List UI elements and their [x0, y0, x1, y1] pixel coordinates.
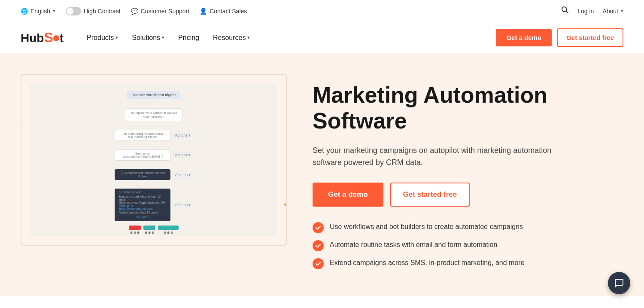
hubspot-logo[interactable]: HubSt: [21, 30, 64, 46]
check-icon-1: [313, 222, 324, 233]
svg-line-1: [566, 11, 568, 13]
person-icon: 👤: [200, 8, 207, 15]
sparkle-decoration-1: ✦: [21, 122, 23, 133]
sparkle-decoration-3: ✦: [283, 199, 287, 210]
hero-buttons: Get a demo Get started free: [313, 183, 623, 207]
hero-subtitle: Set your marketing campaigns on autopilo…: [313, 144, 562, 169]
language-label: English: [30, 8, 50, 15]
feature-list: Use workflows and bot builders to create…: [313, 222, 623, 269]
customer-support-label: Customer Support: [141, 8, 190, 15]
chat-bubble-icon: [614, 278, 624, 288]
toggle-switch[interactable]: [66, 7, 81, 15]
check-icon-3: [313, 258, 324, 269]
products-menu[interactable]: Products ▾: [81, 30, 124, 45]
utility-bar: 🌐 English ▾ High Contrast 💬 Customer Sup…: [0, 0, 644, 22]
hero-get-started-button[interactable]: Get started free: [390, 183, 470, 207]
workflow-mock: Contact enrollment trigger You opted me …: [30, 83, 277, 236]
feature-item-2: Automate routine tasks with email and fo…: [313, 240, 623, 251]
hero-content: Marketing Automation Software Set your m…: [313, 74, 623, 269]
high-contrast-label: High Contrast: [84, 8, 121, 15]
pricing-label: Pricing: [178, 34, 199, 42]
feature-text-3: Extend campaigns across SMS, in-product …: [330, 258, 525, 268]
resources-menu[interactable]: Resources ▾: [207, 30, 256, 45]
resources-label: Resources: [213, 34, 246, 42]
feature-item-1: Use workflows and bot builders to create…: [313, 222, 623, 233]
feature-text-1: Use workflows and bot builders to create…: [330, 222, 523, 232]
about-menu[interactable]: About ▾: [602, 8, 623, 15]
chat-icon: 💬: [131, 8, 138, 15]
chevron-down-icon: ▾: [53, 8, 55, 14]
solutions-label: Solutions: [132, 34, 160, 42]
hero-get-demo-button[interactable]: Get a demo: [313, 183, 383, 207]
products-label: Products: [87, 34, 114, 42]
main-nav: HubSt Products ▾ Solutions ▾ Pricing Res…: [0, 22, 644, 53]
nav-links: Products ▾ Solutions ▾ Pricing Resources…: [81, 30, 496, 45]
get-demo-button[interactable]: Get a demo: [496, 29, 552, 46]
solutions-menu[interactable]: Solutions ▾: [126, 30, 170, 45]
customer-support-link[interactable]: 💬 Customer Support: [131, 8, 190, 15]
chevron-down-icon: ▾: [115, 35, 118, 40]
logo-text: HubSt: [21, 31, 64, 45]
chevron-down-icon: ▾: [621, 8, 623, 14]
hero-image: ✦ ✦ ✦ Contact enrollment trigger You opt…: [21, 74, 287, 246]
workflow-diagram: Contact enrollment trigger You opted me …: [30, 83, 277, 236]
feature-item-3: Extend campaigns across SMS, in-product …: [313, 258, 623, 269]
high-contrast-toggle[interactable]: High Contrast: [66, 7, 121, 15]
login-link[interactable]: Log in: [577, 8, 594, 15]
check-icon-2: [313, 240, 324, 251]
globe-icon: 🌐: [21, 8, 28, 15]
chat-bubble[interactable]: [608, 272, 630, 294]
search-icon: [561, 6, 569, 14]
language-selector[interactable]: 🌐 English ▾: [21, 8, 55, 15]
hero-section: ✦ ✦ ✦ Contact enrollment trigger You opt…: [0, 53, 644, 296]
get-started-button[interactable]: Get started free: [557, 28, 623, 47]
pricing-link[interactable]: Pricing: [172, 30, 205, 45]
contact-sales-link[interactable]: 👤 Contact Sales: [200, 8, 247, 15]
nav-buttons: Get a demo Get started free: [496, 28, 623, 47]
about-label: About: [602, 8, 618, 15]
utility-bar-right: Log in About ▾: [561, 6, 623, 16]
utility-bar-left: 🌐 English ▾ High Contrast 💬 Customer Sup…: [21, 7, 561, 15]
hero-title: Marketing Automation Software: [313, 82, 623, 134]
chevron-down-icon: ▾: [247, 35, 250, 40]
chevron-down-icon: ▾: [162, 35, 164, 40]
feature-text-2: Automate routine tasks with email and fo…: [330, 240, 497, 250]
search-button[interactable]: [561, 6, 569, 16]
contact-sales-label: Contact Sales: [210, 8, 247, 15]
